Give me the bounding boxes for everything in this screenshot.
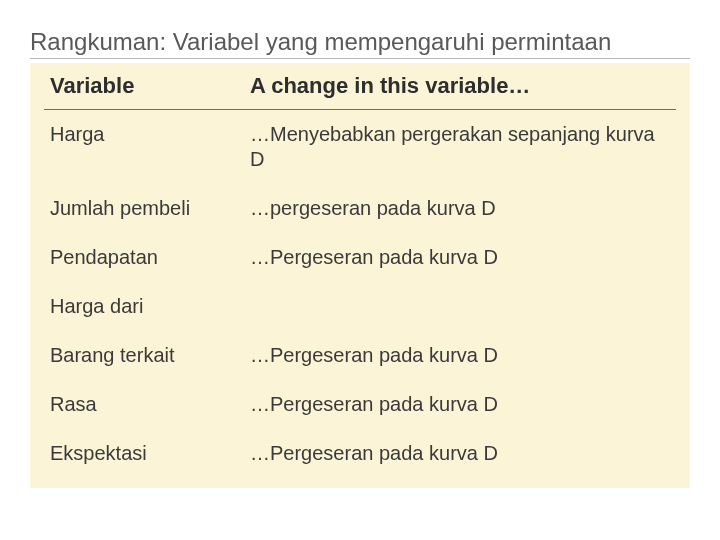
- cell-change: [244, 282, 676, 331]
- table-row: Harga dari: [44, 282, 676, 331]
- cell-change: …Menyebabkan pergerakan sepanjang kurva …: [244, 110, 676, 185]
- cell-variable: Barang terkait: [44, 331, 244, 380]
- table-row: Jumlah pembeli …pergeseran pada kurva D: [44, 184, 676, 233]
- slide-title: Rangkuman: Variabel yang mempengaruhi pe…: [30, 28, 690, 59]
- summary-panel: Variable A change in this variable… Harg…: [30, 63, 690, 488]
- header-variable: Variable: [44, 65, 244, 110]
- table-row: Pendapatan …Pergeseran pada kurva D: [44, 233, 676, 282]
- cell-change: …Pergeseran pada kurva D: [244, 233, 676, 282]
- cell-variable: Harga: [44, 110, 244, 185]
- table-row: Rasa …Pergeseran pada kurva D: [44, 380, 676, 429]
- cell-change: …Pergeseran pada kurva D: [244, 331, 676, 380]
- cell-change: …pergeseran pada kurva D: [244, 184, 676, 233]
- table-row: Barang terkait …Pergeseran pada kurva D: [44, 331, 676, 380]
- cell-variable: Rasa: [44, 380, 244, 429]
- table-row: Ekspektasi …Pergeseran pada kurva D: [44, 429, 676, 478]
- cell-change: …Pergeseran pada kurva D: [244, 429, 676, 478]
- table-header-row: Variable A change in this variable…: [44, 65, 676, 110]
- summary-table: Variable A change in this variable… Harg…: [44, 65, 676, 478]
- cell-variable: Ekspektasi: [44, 429, 244, 478]
- header-change: A change in this variable…: [244, 65, 676, 110]
- table-row: Harga …Menyebabkan pergerakan sepanjang …: [44, 110, 676, 185]
- cell-variable: Jumlah pembeli: [44, 184, 244, 233]
- cell-variable: Pendapatan: [44, 233, 244, 282]
- cell-variable: Harga dari: [44, 282, 244, 331]
- cell-change: …Pergeseran pada kurva D: [244, 380, 676, 429]
